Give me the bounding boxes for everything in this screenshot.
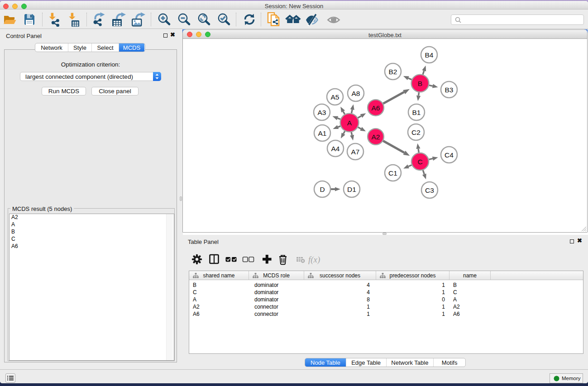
svg-text:D1: D1	[347, 186, 356, 193]
svg-text:C1: C1	[388, 169, 397, 177]
svg-text:C: C	[417, 158, 422, 166]
svg-text:C4: C4	[445, 151, 454, 159]
svg-text:D: D	[320, 186, 325, 193]
svg-text:A4: A4	[331, 145, 340, 152]
svg-text:B1: B1	[412, 109, 421, 116]
svg-text:C3: C3	[425, 186, 434, 194]
svg-text:A3: A3	[318, 109, 326, 116]
svg-text:A2: A2	[372, 133, 380, 141]
svg-text:B2: B2	[389, 68, 397, 76]
svg-text:B4: B4	[425, 51, 434, 59]
svg-text:A8: A8	[352, 90, 360, 97]
svg-text:B: B	[418, 80, 422, 87]
svg-text:A: A	[347, 119, 352, 127]
svg-text:f(x): f(x)	[308, 255, 320, 265]
svg-text:C2: C2	[411, 129, 421, 136]
svg-text:A5: A5	[331, 93, 339, 101]
svg-text:A1: A1	[318, 129, 327, 137]
svg-text:B3: B3	[445, 86, 454, 94]
svg-text:A6: A6	[372, 104, 380, 112]
svg-text:A7: A7	[351, 148, 360, 156]
